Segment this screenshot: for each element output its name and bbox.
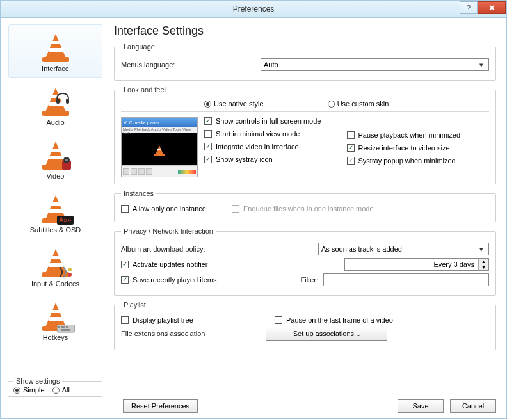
svg-point-7 <box>68 268 72 271</box>
cone-cables-icon <box>40 244 71 279</box>
cone-osd-icon: A»» <box>40 190 71 225</box>
update-frequency-spinner[interactable]: Every 3 days ▲▼ <box>344 258 489 271</box>
svg-rect-11 <box>61 326 63 328</box>
group-language: Language Menus language: Auto ▾ <box>114 43 496 81</box>
radio-native-style[interactable]: Use native style <box>204 100 264 108</box>
spin-down-icon[interactable]: ▼ <box>479 264 488 270</box>
radio-all[interactable]: All <box>52 386 70 394</box>
album-art-label: Album art download policy: <box>121 245 313 253</box>
preview-titlebar: VLC media player <box>122 118 197 127</box>
spin-up-icon[interactable]: ▲ <box>479 259 488 264</box>
sidebar-item-video[interactable]: Video <box>8 132 102 186</box>
svg-text:A»»: A»» <box>59 216 72 223</box>
close-button[interactable]: ✕ <box>478 1 506 14</box>
svg-rect-12 <box>63 326 65 328</box>
show-settings-group: Show settings Simple All <box>8 377 102 397</box>
checkbox-show-controls[interactable]: Show controls in full screen mode <box>204 117 347 125</box>
sidebar-item-hotkeys[interactable]: Hotkeys <box>8 293 102 347</box>
svg-rect-1 <box>66 99 69 104</box>
checkbox-start-minimal[interactable]: Start in minimal view mode <box>204 130 347 138</box>
window-title: Preferences <box>233 4 275 13</box>
legend-language: Language <box>121 43 157 51</box>
sidebar-item-audio[interactable]: Audio <box>8 78 102 132</box>
checkbox-show-systray[interactable]: Show systray icon <box>204 156 347 163</box>
radio-custom-skin[interactable]: Use custom skin <box>328 100 389 108</box>
checkbox-enqueue-files: Enqueue files when in one instance mode <box>232 205 374 213</box>
content-panel: Interface Settings Language Menus langua… <box>106 18 506 393</box>
sidebar-item-label: Video <box>47 172 65 180</box>
checkbox-pause-last-frame[interactable]: Pause on the last frame of a video <box>275 316 393 324</box>
menus-language-label: Menus language: <box>121 61 255 69</box>
help-button[interactable]: ? <box>460 1 478 14</box>
save-button[interactable]: Save <box>398 399 444 413</box>
cone-film-icon <box>40 136 71 171</box>
filter-label: Filter: <box>293 276 318 284</box>
cone-headphones-icon <box>40 83 71 117</box>
svg-point-4 <box>65 159 68 161</box>
svg-rect-10 <box>58 326 60 328</box>
legend-playlist: Playlist <box>121 301 149 309</box>
file-ext-label: File extensions association <box>121 330 261 337</box>
sidebar-item-label: Audio <box>46 118 64 126</box>
checkbox-save-recent[interactable]: Save recently played items <box>121 276 287 284</box>
interface-preview: VLC media player Media Playback Audio Vi… <box>121 117 198 177</box>
svg-rect-9 <box>57 325 75 332</box>
sidebar-item-label: Input & Codecs <box>31 280 79 287</box>
cancel-button[interactable]: Cancel <box>450 399 496 413</box>
album-art-select[interactable]: As soon as track is added ▾ <box>318 243 489 255</box>
footer: Show settings Simple All Reset Preferenc… <box>0 393 507 419</box>
chevron-down-icon: ▾ <box>476 61 486 69</box>
checkbox-integrate-video[interactable]: Integrate video in interface <box>204 143 347 150</box>
sidebar: Interface Audio Video A»» Subtitles & OS… <box>1 18 106 393</box>
legend-instances: Instances <box>121 190 156 197</box>
update-frequency-value: Every 3 days <box>345 261 478 268</box>
cone-icon <box>40 29 71 63</box>
album-art-value: As soon as track is added <box>321 245 402 253</box>
sidebar-item-label: Subtitles & OSD <box>30 226 81 234</box>
checkbox-pause-minimized[interactable]: Pause playback when minimized <box>347 131 490 139</box>
checkbox-activate-updates[interactable]: Activate updates notifier <box>121 261 313 268</box>
sidebar-item-input-codecs[interactable]: Input & Codecs <box>8 239 102 293</box>
legend-show-settings: Show settings <box>13 377 62 385</box>
svg-point-8 <box>68 273 72 277</box>
radio-simple[interactable]: Simple <box>13 386 45 394</box>
cone-keyboard-icon <box>40 298 71 332</box>
menus-language-select[interactable]: Auto ▾ <box>261 58 489 71</box>
group-look-feel: Look and feel Use native style Use custo… <box>114 86 496 184</box>
checkbox-allow-one-instance[interactable]: Allow only one instance <box>121 205 206 213</box>
checkbox-resize-interface[interactable]: Resize interface to video size <box>347 144 490 152</box>
checkbox-systray-popup[interactable]: Systray popup when minimized <box>347 157 490 165</box>
filter-input[interactable] <box>323 273 489 286</box>
sidebar-item-subtitles[interactable]: A»» Subtitles & OSD <box>8 186 102 239</box>
legend-privacy: Privacy / Network Interaction <box>121 227 216 235</box>
titlebar: Preferences ? ✕ <box>0 0 507 18</box>
group-playlist: Playlist Display playlist tree Pause on … <box>114 301 496 350</box>
svg-rect-0 <box>56 99 60 104</box>
preview-menubar: Media Playback Audio Video Tools View He… <box>122 127 197 133</box>
legend-look: Look and feel <box>121 86 168 93</box>
sidebar-item-label: Hotkeys <box>43 334 68 341</box>
reset-preferences-button[interactable]: Reset Preferences <box>123 399 198 413</box>
sidebar-item-interface[interactable]: Interface <box>8 24 102 78</box>
sidebar-item-label: Interface <box>42 65 69 72</box>
page-title: Interface Settings <box>114 24 496 38</box>
setup-associations-button[interactable]: Set up associations... <box>266 327 387 341</box>
checkbox-display-playlist-tree[interactable]: Display playlist tree <box>121 316 249 324</box>
group-privacy: Privacy / Network Interaction Album art … <box>114 227 496 296</box>
chevron-down-icon: ▾ <box>476 245 486 254</box>
menus-language-value: Auto <box>264 61 278 69</box>
svg-rect-14 <box>61 329 70 331</box>
group-instances: Instances Allow only one instance Enqueu… <box>114 190 496 222</box>
svg-rect-13 <box>66 326 68 328</box>
